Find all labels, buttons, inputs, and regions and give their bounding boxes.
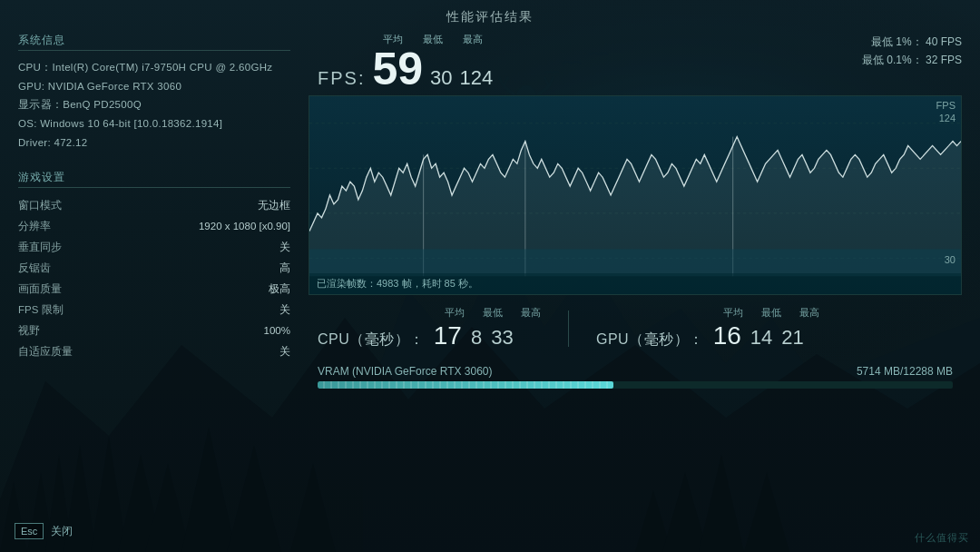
setting-window-mode: 窗口模式 无边框 [18,195,290,216]
rendered-info: 已渲染帧数：4983 帧，耗时 85 秒。 [317,278,478,289]
setting-adaptive: 自适应质量 关 [18,341,290,362]
setting-vsync: 垂直同步 关 [18,237,290,258]
esc-label: 关闭 [51,524,73,539]
content-wrapper: 性能评估结果 系统信息 CPU：Intel(R) Core(TM) i7-975… [0,0,980,552]
fps-graph-container: FPS 124 30 已渲染帧数：4983 帧，耗时 85 秒。 [309,95,962,295]
esc-bar: Esc 关闭 [15,523,73,539]
vram-value: 5714 MB/12288 MB [857,365,953,378]
fps-max-label: 最高 [463,33,483,46]
stat-divider [568,310,569,347]
gpu-avg-value: 16 [713,321,741,350]
setting-quality: 画面质量 极高 [18,279,290,300]
graph-min-value: 30 [945,254,956,265]
setting-adaptive-key: 自适应质量 [18,341,73,362]
vram-shimmer [318,381,613,389]
setting-aa-val: 高 [279,258,290,279]
graph-fps-label: FPS [936,100,956,111]
fps-right-stats: 最低 1%： 40 FPS 最低 0.1%： 32 FPS [862,33,962,70]
cpu-stat-group: 平均 最低 最高 CPU（毫秒）： 17 8 33 [318,306,541,350]
setting-vsync-key: 垂直同步 [18,237,62,258]
setting-fov: 视野 100% [18,320,290,341]
fps-text-label: FPS: [318,68,365,89]
fps-min-label: 最低 [423,33,443,46]
cpu-avg-label: 平均 [445,306,465,320]
settings-table: 窗口模式 无边框 分辨率 1920 x 1080 [x0.90] 垂直同步 关 … [18,195,290,362]
fps-low01-row: 最低 0.1%： 32 FPS [862,51,962,69]
os-info: OS: Windows 10 64-bit [10.0.18362.1914] [18,114,290,133]
cpu-label: CPU（毫秒）： [318,330,425,350]
monitor-info: 显示器：BenQ PD2500Q [18,95,290,114]
gpu-max-label: 最高 [799,306,819,320]
system-info-title: 系统信息 [18,33,290,51]
setting-vsync-val: 关 [279,237,290,258]
graph-max-value: 124 [939,113,956,123]
main-layout: 系统信息 CPU：Intel(R) Core(TM) i7-9750H CPU … [0,33,980,394]
setting-adaptive-val: 关 [279,341,290,362]
cpu-info: CPU：Intel(R) Core(TM) i7-9750H CPU @ 2.6… [18,58,290,77]
svg-rect-34 [309,249,961,276]
fps-max-value: 124 [460,66,494,90]
settings-title: 游戏设置 [18,170,290,188]
right-panel: 平均 最低 最高 FPS: 59 30 124 [309,33,962,394]
vram-bar-inner [318,381,613,389]
setting-window-mode-key: 窗口模式 [18,195,62,216]
gpu-avg-label: 平均 [723,306,743,320]
left-panel: 系统信息 CPU：Intel(R) Core(TM) i7-9750H CPU … [18,33,290,394]
cpu-gpu-row: 平均 最低 最高 CPU（毫秒）： 17 8 33 [309,295,962,358]
system-info-section: 系统信息 CPU：Intel(R) Core(TM) i7-9750H CPU … [18,33,290,152]
cpu-min-value: 8 [471,326,482,350]
setting-fov-key: 视野 [18,320,40,341]
cpu-avg-value: 17 [434,321,462,350]
vram-label: VRAM (NVIDIA GeForce RTX 3060) [318,365,493,378]
vram-section: VRAM (NVIDIA GeForce RTX 3060) 5714 MB/1… [309,358,962,394]
setting-fps-limit-val: 关 [279,300,290,320]
fps-header: 平均 最低 最高 FPS: 59 30 124 [309,33,962,92]
fps-main-block: 平均 最低 最高 FPS: 59 30 124 [318,33,493,92]
setting-resolution: 分辨率 1920 x 1080 [x0.90] [18,216,290,237]
setting-aa-key: 反锯齿 [18,258,51,279]
system-info-rows: CPU：Intel(R) Core(TM) i7-9750H CPU @ 2.6… [18,58,290,152]
gpu-label: GPU（毫秒）： [596,330,704,350]
setting-fov-val: 100% [264,320,290,341]
esc-key[interactable]: Esc [15,523,44,539]
setting-window-mode-val: 无边框 [258,195,290,216]
fps-low1-value: 40 FPS [926,35,962,48]
setting-resolution-key: 分辨率 [18,216,51,237]
graph-info-bar: 已渲染帧数：4983 帧，耗时 85 秒。 [309,273,961,294]
setting-fps-limit-key: FPS 限制 [18,300,64,320]
fps-min-value: 30 [430,66,452,90]
setting-quality-val: 极高 [269,279,290,300]
fps-graph-svg [309,96,961,294]
fps-low01-value: 32 FPS [926,54,962,66]
settings-section: 游戏设置 窗口模式 无边框 分辨率 1920 x 1080 [x0.90] 垂直… [18,170,290,362]
gpu-min-label: 最低 [761,306,781,320]
cpu-max-value: 33 [491,326,513,350]
gpu-info: GPU: NVIDIA GeForce RTX 3060 [18,77,290,96]
vram-bar-outer [318,381,953,389]
setting-resolution-val: 1920 x 1080 [x0.90] [199,216,290,237]
setting-aa: 反锯齿 高 [18,258,290,279]
setting-fps-limit: FPS 限制 关 [18,300,290,320]
fps-low1-row: 最低 1%： 40 FPS [862,33,962,51]
fps-low01-label: 最低 0.1%： [862,54,923,66]
gpu-stat-group: 平均 最低 最高 GPU（毫秒）： 16 14 21 [596,306,819,350]
cpu-max-label: 最高 [521,306,541,320]
gpu-min-value: 14 [750,326,772,350]
page-title: 性能评估结果 [0,0,980,33]
fps-low1-label: 最低 1%： [871,35,923,48]
fps-avg-value: 59 [372,46,423,92]
vram-header: VRAM (NVIDIA GeForce RTX 3060) 5714 MB/1… [318,365,953,378]
gpu-max-value: 21 [781,326,803,350]
watermark-text: 什么值得买 [915,532,969,543]
driver-info: Driver: 472.12 [18,133,290,153]
cpu-min-label: 最低 [483,306,503,320]
watermark: 什么值得买 [915,531,969,545]
setting-quality-key: 画面质量 [18,279,62,300]
